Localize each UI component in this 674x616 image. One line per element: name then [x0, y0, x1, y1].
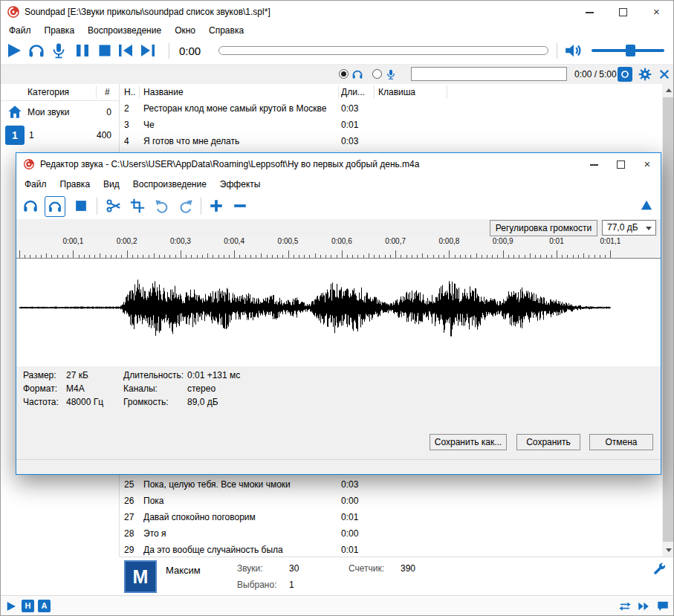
menu-item[interactable]: Правка — [38, 23, 82, 38]
fast-forward-button[interactable] — [637, 600, 650, 613]
zoom-in-button[interactable] — [208, 198, 224, 214]
sound-row[interactable]: 26Пока0:00 — [120, 493, 662, 509]
listen-toggle-active[interactable] — [45, 196, 65, 217]
close-button[interactable]: × — [640, 1, 673, 23]
radio-speakers[interactable] — [339, 69, 349, 79]
app-logo-icon — [23, 158, 35, 170]
chat-icon — [656, 600, 670, 613]
menu-item[interactable]: Правка — [54, 175, 97, 194]
menu-item[interactable]: Справка — [202, 23, 250, 38]
minimize-button[interactable] — [580, 153, 607, 175]
scrollbar-thumb[interactable] — [663, 97, 674, 542]
settings-button[interactable] — [638, 67, 652, 82]
previous-button[interactable] — [117, 42, 135, 59]
minimize-button[interactable] — [573, 1, 606, 23]
sound-rows-top: 2Ресторан клод моне самый крутой в Москв… — [120, 100, 662, 149]
seek-slider[interactable] — [218, 46, 548, 55]
sounds-label: Звуки: — [237, 563, 263, 574]
timeline-ruler[interactable]: 0:00,10:00,20:00,30:00,40:00,50:00,60:00… — [16, 236, 661, 258]
volume-adjust-button[interactable]: Регулировка громкости — [490, 220, 597, 236]
mute-button[interactable] — [564, 41, 583, 60]
crop-icon — [129, 198, 146, 214]
column-hotkey[interactable]: Клавиша — [378, 84, 415, 100]
undo-icon — [155, 198, 171, 214]
zoom-out-button[interactable] — [232, 198, 248, 214]
waveform-canvas[interactable] — [16, 259, 661, 366]
sound-row[interactable]: 4Я готов что мне делать0:03 — [120, 133, 662, 149]
headphones-icon — [22, 198, 39, 214]
sound-row[interactable]: 27Давай спокойно поговорим0:01 — [120, 509, 662, 525]
sound-row[interactable]: 29Да это вообще случайность была0:01 — [120, 542, 662, 557]
save-as-button[interactable]: Сохранить как... — [430, 434, 507, 450]
maximize-button[interactable] — [606, 1, 640, 23]
search-input[interactable] — [411, 67, 567, 81]
menu-item[interactable]: Эффекты — [213, 175, 268, 194]
list-scrollbar[interactable] — [662, 84, 674, 557]
category-item-my-sounds[interactable]: Мои звуки 0 — [1, 102, 119, 123]
counter-label: Счетчик: — [349, 563, 384, 574]
close-button[interactable]: × — [634, 153, 661, 175]
autoplay-button[interactable] — [5, 600, 17, 612]
pause-button[interactable] — [74, 42, 91, 59]
trim-button[interactable] — [129, 198, 146, 214]
sound-row[interactable]: 25Пока, целую тебя. Все чмоки чмоки0:03 — [120, 476, 662, 493]
play-on-mic-button[interactable] — [50, 42, 68, 59]
volume-slider-handle[interactable] — [626, 45, 635, 56]
stop-button[interactable] — [73, 198, 89, 214]
badge-autostart[interactable]: A — [38, 600, 51, 612]
sound-row[interactable]: 2Ресторан клод моне самый крутой в Москв… — [120, 100, 662, 117]
undo-button[interactable] — [155, 198, 171, 214]
column-duration[interactable]: Дли... — [341, 84, 365, 100]
tools-button[interactable] — [652, 562, 667, 577]
maximize-icon — [619, 8, 627, 16]
cancel-button[interactable]: Отмена — [589, 434, 653, 450]
scroll-down-button[interactable] — [662, 544, 674, 557]
format-label: Формат: — [23, 383, 66, 394]
ruler-label: 0:00,3 — [170, 237, 191, 245]
stop-button[interactable] — [96, 42, 114, 59]
cancel-recording-button[interactable] — [658, 68, 671, 81]
preview-button[interactable] — [22, 198, 39, 214]
scroll-up-button[interactable] — [662, 84, 674, 97]
elapsed-time: 0:00 — [179, 45, 201, 57]
redo-button[interactable] — [177, 198, 193, 214]
menu-item[interactable]: Файл — [2, 23, 38, 38]
sound-row[interactable]: 28Это я0:00 — [120, 525, 662, 542]
cut-button[interactable] — [106, 198, 122, 214]
play-on-speakers-button[interactable] — [27, 42, 45, 59]
menu-item[interactable]: Воспроизведение — [81, 23, 168, 38]
waveform-area[interactable] — [16, 258, 661, 366]
pause-icon — [74, 42, 91, 59]
editor-title: Редактор звука - C:\Users\USER\AppData\R… — [40, 153, 419, 175]
duration-value: 0:01 +131 мс — [187, 370, 240, 380]
menu-item[interactable]: Вид — [97, 175, 126, 194]
record-button[interactable] — [618, 67, 632, 82]
menu-item[interactable]: Окно — [168, 23, 202, 38]
sound-row[interactable]: 3Че0:01 — [120, 117, 662, 133]
main-titlebar: Soundpad [E:\Звуки приколы\soundpad спис… — [1, 1, 673, 23]
badge-hotkeys[interactable]: H — [22, 600, 34, 612]
avatar[interactable]: M — [124, 560, 157, 593]
radio-microphone[interactable] — [372, 69, 382, 79]
chevron-down-icon — [646, 227, 652, 230]
volume-level-combobox[interactable]: 77,0 дБ — [602, 220, 656, 236]
category-item-1[interactable]: 1 1 400 — [1, 124, 119, 146]
feedback-button[interactable] — [656, 600, 670, 613]
ruler-tick — [288, 250, 289, 258]
scroll-up-icon — [666, 88, 672, 92]
expand-panel-button[interactable] — [639, 198, 654, 213]
menu-item[interactable]: Воспроизведение — [126, 175, 213, 194]
category-header-count[interactable]: # — [105, 84, 110, 100]
column-name[interactable]: Название — [143, 84, 184, 100]
ruler-label: 0:00,5 — [278, 237, 299, 245]
next-button[interactable] — [139, 42, 157, 59]
ruler-label: 0:01 — [549, 237, 563, 245]
category-label: Мои звуки — [27, 107, 69, 117]
column-number[interactable]: Н.. — [124, 84, 135, 100]
save-button[interactable]: Сохранить — [516, 434, 580, 450]
maximize-button[interactable] — [607, 153, 634, 175]
repeat-button[interactable] — [618, 600, 632, 613]
play-button[interactable] — [5, 42, 23, 59]
menu-item[interactable]: Файл — [18, 175, 54, 194]
category-header-name[interactable]: Категория — [27, 84, 69, 100]
